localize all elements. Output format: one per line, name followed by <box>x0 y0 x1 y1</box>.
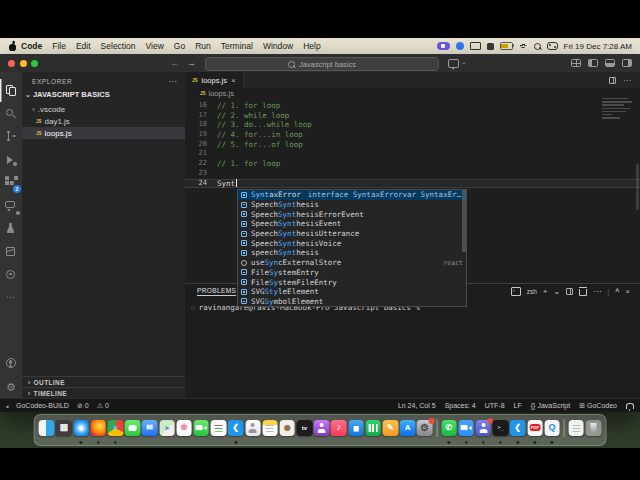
dock-app[interactable] <box>262 419 278 441</box>
dock-app[interactable] <box>475 419 491 441</box>
dock-app[interactable] <box>125 419 141 441</box>
dock-app[interactable]: ➤ <box>159 419 175 441</box>
sidebar-item-search[interactable] <box>0 102 22 125</box>
chat-dropdown-icon[interactable] <box>461 58 467 66</box>
menu-item[interactable]: Window <box>263 41 293 51</box>
more-actions-icon[interactable] <box>623 76 631 85</box>
menu-item[interactable]: Edit <box>76 41 91 51</box>
status-item[interactable]: {} JavaScript <box>531 402 570 409</box>
dock-app[interactable] <box>39 419 55 441</box>
kill-terminal-icon[interactable] <box>579 289 587 296</box>
menu-clock[interactable]: Fri 19 Dec 7:28 AM <box>564 42 632 51</box>
split-editor-icon[interactable] <box>609 77 616 84</box>
control-center-icon[interactable] <box>547 42 558 50</box>
code-area[interactable]: 16 // 1. for loop 17 // 2. while loop 18… <box>185 101 640 188</box>
split-terminal-icon[interactable] <box>566 288 573 295</box>
dock-app[interactable]: ❀ <box>176 419 192 441</box>
sidebar-item-explorer[interactable] <box>0 79 22 102</box>
file-item[interactable]: loops.js <box>22 127 185 139</box>
battery-icon[interactable] <box>500 42 513 50</box>
code-line[interactable]: 22 // 1. for loop <box>185 159 640 169</box>
dock-app[interactable]: ✆ <box>441 419 457 441</box>
status-item[interactable]: GoCodeo-BUILD <box>16 402 69 409</box>
close-panel-icon[interactable] <box>625 287 630 296</box>
sidebar-item-chat[interactable] <box>0 194 22 217</box>
suggestion-item[interactable]: SVG Sty leElement <box>238 287 466 297</box>
dock-app[interactable]: PDF <box>527 419 543 441</box>
toggle-sidebar-icon[interactable] <box>588 59 598 67</box>
status-item[interactable]: UTF-8 <box>485 402 505 409</box>
explorer-more-icon[interactable] <box>168 77 177 86</box>
dock-app[interactable]: ✉ <box>142 419 158 441</box>
minimap[interactable] <box>602 98 636 144</box>
menu-item[interactable]: Terminal <box>221 41 253 51</box>
menu-item[interactable]: Go <box>174 41 185 51</box>
zoom-window-button[interactable] <box>31 60 38 67</box>
dock-app[interactable] <box>458 419 474 441</box>
dock-app[interactable]: ⚙ <box>417 419 433 441</box>
sidebar-item-gocodeo[interactable] <box>0 263 22 286</box>
display-icon[interactable] <box>470 42 481 50</box>
dock-app[interactable]: ◉ <box>279 419 295 441</box>
file-item[interactable]: day1.js <box>22 115 185 127</box>
wifi-icon[interactable] <box>519 43 528 50</box>
dock-app[interactable]: Q <box>544 419 560 441</box>
sidebar-item-testing[interactable] <box>0 217 22 240</box>
suggestion-item[interactable]: Speech Synt hesisErrorEvent <box>238 209 466 219</box>
dock-app[interactable] <box>365 419 381 441</box>
sidebar-item-source-control[interactable] <box>0 125 22 148</box>
new-terminal-icon[interactable] <box>543 287 548 296</box>
dock-app[interactable] <box>90 419 106 441</box>
dock-app[interactable]: ❮ <box>510 419 526 441</box>
dock-app[interactable]: ♪ <box>331 419 347 441</box>
tab-loops-js[interactable]: loops.js <box>185 72 244 88</box>
back-icon[interactable] <box>170 58 179 68</box>
minimize-window-button[interactable] <box>20 60 27 67</box>
status-item[interactable]: Spaces: 4 <box>445 402 476 409</box>
suggestion-item[interactable]: Synt axError interface SyntaxErrorvar Sy… <box>238 190 466 200</box>
terminal-dropdown-icon[interactable] <box>553 287 560 296</box>
suggestion-item[interactable]: File Sy stemFileEntry <box>238 277 466 287</box>
suggestion-item[interactable]: use Syn cExternalStore react <box>238 258 466 268</box>
status-item[interactable]: LF <box>514 402 522 409</box>
suggestion-item[interactable]: File Sy stemEntry <box>238 268 466 278</box>
chat-icon[interactable] <box>448 59 459 68</box>
suggestion-item[interactable]: Speech Synt hesis <box>238 200 466 210</box>
command-center-search[interactable]: Javascript basics <box>205 57 439 71</box>
menu-utility-icon[interactable] <box>487 43 494 50</box>
dock-app[interactable] <box>245 419 261 441</box>
status-item[interactable]: ⊘ 0 <box>77 402 89 410</box>
suggestion-item[interactable]: Speech Synt hesisVoice <box>238 238 466 248</box>
menu-extra-app-icon[interactable] <box>456 42 464 50</box>
code-line[interactable]: 18 // 3. do...while loop <box>185 120 640 130</box>
status-item[interactable]: ⚠ 0 <box>97 402 109 410</box>
dock-app[interactable]: ▦ <box>56 419 72 441</box>
sidebar-item-run-debug[interactable] <box>0 148 22 171</box>
spotlight-search-icon[interactable] <box>534 43 541 50</box>
sidebar-item-package[interactable] <box>0 240 22 263</box>
project-root-row[interactable]: JAVASCRIPT BASICS <box>25 90 110 99</box>
suggestion-item[interactable]: Speech Synt hesisUtterance <box>238 229 466 239</box>
forward-icon[interactable] <box>187 58 196 68</box>
suggestion-item[interactable]: SVG Sy mbolElement <box>238 297 466 307</box>
dock-app[interactable] <box>585 419 601 441</box>
code-line[interactable]: 20 // 5. for...of loop <box>185 140 640 150</box>
dock-app[interactable]: A <box>400 419 416 441</box>
code-line[interactable]: 19 // 4. for...in loop <box>185 130 640 140</box>
suggest-scrollbar[interactable] <box>462 190 466 252</box>
suggestion-item[interactable]: speech Synt hesis <box>238 248 466 258</box>
code-line[interactable]: 16 // 1. for loop <box>185 101 640 111</box>
toggle-secondary-sidebar-icon[interactable] <box>622 59 632 67</box>
dock-app[interactable]: ● <box>107 419 123 441</box>
shell-name[interactable]: zsh <box>527 288 537 295</box>
menu-item[interactable]: File <box>52 41 66 51</box>
account-button[interactable] <box>0 352 22 375</box>
menu-item[interactable]: Help <box>303 41 320 51</box>
settings-button[interactable] <box>0 375 22 398</box>
menu-item[interactable]: Selection <box>101 41 136 51</box>
code-line[interactable]: 21 <box>185 149 640 159</box>
sidebar-item-more[interactable] <box>0 286 22 309</box>
dock-app[interactable]: ✎ <box>382 419 398 441</box>
dock-app[interactable]: >_ <box>492 419 508 441</box>
tab-problems[interactable]: PROBLEMS <box>197 287 236 296</box>
